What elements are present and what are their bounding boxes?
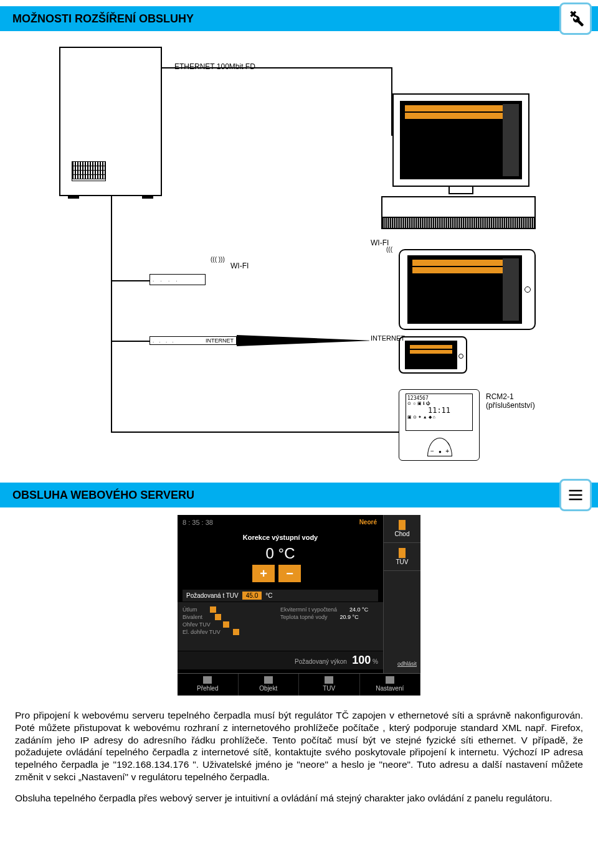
pc-monitor <box>392 93 529 187</box>
ws-side-tuv[interactable]: TUV <box>384 543 420 571</box>
pc-grill <box>381 218 536 229</box>
section-header-extension: MOŽNOSTI ROZŠÍŘENÍ OBSLUHY <box>0 6 598 31</box>
ws-stats-panel: Útlum Bivalent Ohřev TUV El. dohřev TUV … <box>178 602 383 651</box>
rcm-label: RCM2-1 (příslušentství) <box>486 392 535 410</box>
ws-nav-nastaveni[interactable]: Nastavení <box>360 674 421 696</box>
rcm-thermostat: 1234567 ⊙ ☼ ▣ ℹ ⏻ 11:11 ▣ ⊙ ✦ ▲ ◆ ⌂ −+● <box>399 389 480 461</box>
cable <box>111 196 112 433</box>
pump-display <box>72 161 106 181</box>
ws-minus-button[interactable]: − <box>278 565 301 582</box>
phone-device <box>399 336 467 374</box>
ws-required-temp-value: 45.0 <box>242 592 262 600</box>
section2-title: OBSLUHA WEBOVÉHO SERVERU <box>12 489 194 502</box>
internet-label: INTERNET <box>206 337 234 344</box>
wifi-label-right: WI-FI <box>371 238 389 247</box>
cable <box>111 280 150 281</box>
ws-plus-button[interactable]: + <box>252 565 275 582</box>
ethernet-label: ETHERNET 100Mbit FD <box>174 62 255 71</box>
internet-arrow-icon <box>237 335 374 346</box>
ws-logout-link[interactable]: odhlásit <box>397 661 417 667</box>
menu-icon <box>559 479 592 511</box>
cable <box>111 341 150 342</box>
paragraph-1: Pro připojení k webovému serveru tepelné… <box>15 709 583 783</box>
ws-bottom-nav: Přehled Objekt TUV Nastavení <box>178 673 420 696</box>
ws-power-row: Požadovaný výkon 100 % <box>178 651 383 669</box>
ws-required-temp-row: Požadovaná t TUV 45.0 °C <box>183 590 378 601</box>
wifi-label-left: WI-FI <box>230 262 249 270</box>
ws-time: 8 : 35 : 38 <box>183 519 213 526</box>
body-text: Pro připojení k webovému serveru tepelné… <box>0 707 598 826</box>
tools-icon <box>559 2 592 35</box>
ws-sidebar: Chod TUV <box>383 515 420 673</box>
web-ui-screenshot: 8 : 35 : 38 Neoré Chod TUV Korekce výstu… <box>178 515 420 696</box>
rcm-lcd: 1234567 ⊙ ☼ ▣ ℹ ⏻ 11:11 ▣ ⊙ ✦ ▲ ◆ ⌂ <box>406 394 473 431</box>
ws-nav-tuv[interactable]: TUV <box>299 674 360 696</box>
section-header-webserver: OBSLUHA WEBOVÉHO SERVERU <box>0 483 598 507</box>
tablet-device <box>399 249 536 330</box>
heat-pump <box>59 47 162 196</box>
pc-tower <box>381 196 536 218</box>
network-diagram: ETHERNET 100Mbit FD . . . . ((( ))) WI-F… <box>0 31 598 476</box>
monitor-stand <box>448 187 473 194</box>
ws-nav-prehled[interactable]: Přehled <box>178 674 239 696</box>
internet-device: . . . . INTERNET <box>150 336 237 345</box>
ws-correction-value: 0 °C <box>178 545 383 562</box>
wifi-waves-icon: ((( ))) <box>211 257 225 263</box>
ws-side-chod[interactable]: Chod <box>384 515 420 543</box>
ws-brand: Neoré <box>359 519 377 526</box>
section1-title: MOŽNOSTI ROZŠÍŘENÍ OBSLUHY <box>12 12 194 26</box>
ws-title: Korekce výstupní vody <box>178 534 383 541</box>
cable <box>111 432 399 433</box>
paragraph-2: Obsluha tepelného čerpadla přes webový s… <box>15 792 583 804</box>
wifi-router: . . . . <box>150 274 206 285</box>
ws-nav-objekt[interactable]: Objekt <box>239 674 300 696</box>
